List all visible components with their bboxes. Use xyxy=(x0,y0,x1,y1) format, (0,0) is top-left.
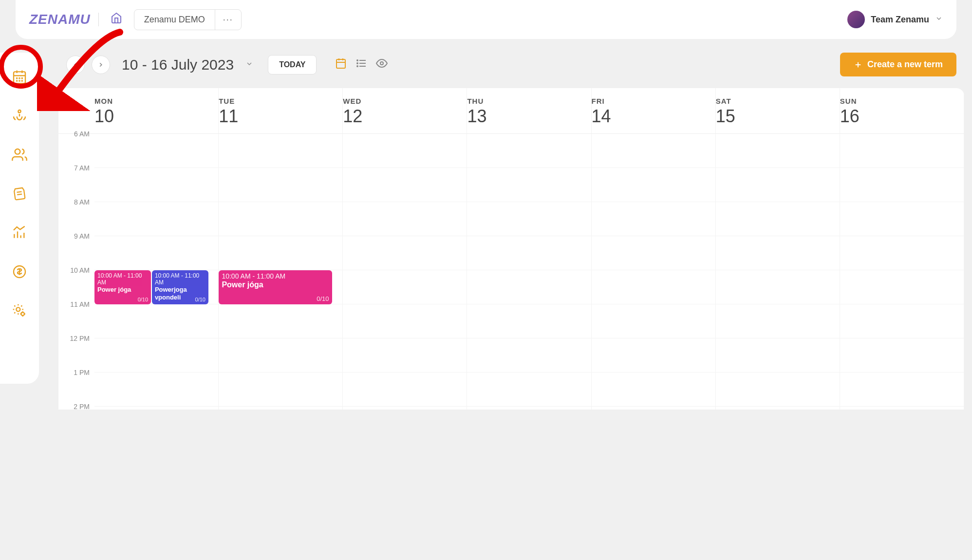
calendar-view-icon xyxy=(335,57,347,69)
svg-point-7 xyxy=(17,80,17,81)
sidebar xyxy=(0,53,39,384)
event-capacity: 0/10 xyxy=(138,297,148,302)
event-time: 10:00 AM - 11:00 AM xyxy=(155,272,206,286)
time-label: 11 AM xyxy=(58,300,94,335)
app-logo[interactable]: ZENAMU xyxy=(29,12,91,27)
date-dropdown[interactable] xyxy=(245,60,253,69)
time-label: 6 AM xyxy=(58,130,94,164)
calendar-view-button[interactable] xyxy=(335,57,347,72)
calendar-body: 6 AM 7 AM 8 AM 9 AM 10 AM 11 AM 12 PM 1 … xyxy=(58,134,964,410)
svg-point-11 xyxy=(15,149,20,154)
event-title: Power jóga xyxy=(222,280,329,289)
sidebar-item-clients[interactable] xyxy=(10,145,29,165)
plus-icon xyxy=(854,60,862,69)
event-title: Power jóga xyxy=(97,286,148,294)
svg-line-12 xyxy=(17,192,22,192)
home-icon[interactable] xyxy=(107,12,126,27)
chevron-down-icon xyxy=(935,15,943,24)
more-icon[interactable]: ··· xyxy=(215,10,241,30)
eye-icon xyxy=(376,57,388,69)
svg-point-5 xyxy=(19,78,19,78)
calendar-icon xyxy=(12,69,27,85)
event-capacity: 0/10 xyxy=(317,295,329,302)
svg-point-29 xyxy=(357,63,358,64)
event-time: 10:00 AM - 11:00 AM xyxy=(97,272,148,286)
list-view-icon xyxy=(355,57,367,69)
day-header-thu[interactable]: THU13 xyxy=(467,88,591,133)
event-time: 10:00 AM - 11:00 AM xyxy=(222,272,329,280)
svg-point-10 xyxy=(18,110,20,112)
calendar: MON10 TUE11 WED12 THU13 FRI14 SAT15 SUN1… xyxy=(58,88,964,410)
day-col[interactable] xyxy=(467,134,591,410)
header-left: ZENAMU Zenamu DEMO ··· xyxy=(29,9,242,30)
notes-icon xyxy=(12,187,27,201)
calendar-header-row: MON10 TUE11 WED12 THU13 FRI14 SAT15 SUN1… xyxy=(58,88,964,134)
chart-icon xyxy=(12,225,27,241)
day-col[interactable] xyxy=(716,134,840,410)
time-col-header xyxy=(58,88,94,133)
gear-icon xyxy=(12,303,27,318)
day-header-fri[interactable]: FRI14 xyxy=(592,88,716,133)
svg-point-9 xyxy=(22,80,22,81)
workspace-selector[interactable]: Zenamu DEMO ··· xyxy=(134,9,242,30)
day-header-sun[interactable]: SUN16 xyxy=(840,88,964,133)
yoga-icon xyxy=(12,108,27,124)
create-term-label: Create a new term xyxy=(867,59,943,70)
user-name: Team Zenamu xyxy=(871,15,929,25)
time-label: 10 AM xyxy=(58,266,94,300)
sidebar-item-settings[interactable] xyxy=(10,301,29,320)
chevron-down-icon xyxy=(245,60,253,68)
time-labels: 6 AM 7 AM 8 AM 9 AM 10 AM 11 AM 12 PM 1 … xyxy=(58,134,94,410)
svg-point-30 xyxy=(357,66,358,67)
chevron-left-icon xyxy=(72,61,79,68)
time-label: 7 AM xyxy=(58,164,94,198)
view-switcher xyxy=(335,57,388,72)
svg-point-4 xyxy=(17,78,17,78)
next-week-button[interactable] xyxy=(92,56,110,74)
workspace-name: Zenamu DEMO xyxy=(134,10,215,30)
calendar-event[interactable]: 10:00 AM - 11:00 AM Powerjoga vpondeli 0… xyxy=(152,270,208,304)
user-menu[interactable]: Team Zenamu xyxy=(847,11,943,28)
avatar xyxy=(847,11,865,28)
day-col[interactable] xyxy=(592,134,716,410)
day-col[interactable] xyxy=(343,134,467,410)
time-label: 2 PM xyxy=(58,403,94,410)
time-label: 1 PM xyxy=(58,369,94,403)
day-columns: 10:00 AM - 11:00 AM Power jóga 0/10 10:0… xyxy=(94,134,964,410)
svg-point-6 xyxy=(22,78,22,78)
sidebar-item-payments[interactable] xyxy=(10,262,29,281)
day-header-sat[interactable]: SAT15 xyxy=(716,88,840,133)
time-label: 12 PM xyxy=(58,335,94,369)
sidebar-item-calendar[interactable] xyxy=(10,67,29,87)
sidebar-item-notes[interactable] xyxy=(10,184,29,204)
calendar-event[interactable]: 10:00 AM - 11:00 AM Power jóga 0/10 xyxy=(94,270,151,304)
svg-point-28 xyxy=(357,60,358,61)
calendar-toolbar: 10 - 16 July 2023 TODAY Create a new ter… xyxy=(58,53,964,76)
today-button[interactable]: TODAY xyxy=(268,55,317,75)
create-term-button[interactable]: Create a new term xyxy=(840,53,956,76)
svg-point-8 xyxy=(19,80,19,81)
sidebar-item-yoga[interactable] xyxy=(10,106,29,126)
svg-rect-21 xyxy=(336,59,345,68)
sidebar-item-stats[interactable] xyxy=(10,223,29,243)
visibility-button[interactable] xyxy=(376,57,388,72)
prev-week-button[interactable] xyxy=(66,56,85,74)
day-header-mon[interactable]: MON10 xyxy=(94,88,219,133)
time-label: 9 AM xyxy=(58,232,94,266)
divider xyxy=(98,13,99,26)
date-range: 10 - 16 July 2023 xyxy=(122,56,234,73)
day-header-wed[interactable]: WED12 xyxy=(343,88,467,133)
day-col[interactable] xyxy=(840,134,964,410)
svg-point-31 xyxy=(380,62,383,65)
header: ZENAMU Zenamu DEMO ··· Team Zenamu xyxy=(16,0,956,39)
day-header-tue[interactable]: TUE11 xyxy=(219,88,343,133)
people-icon xyxy=(12,147,27,163)
chevron-right-icon xyxy=(97,61,104,68)
dollar-sync-icon xyxy=(12,264,27,280)
time-label: 8 AM xyxy=(58,198,94,232)
calendar-event[interactable]: 10:00 AM - 11:00 AM Power jóga 0/10 xyxy=(219,270,332,304)
toolbar-left: 10 - 16 July 2023 TODAY xyxy=(66,55,388,75)
list-view-button[interactable] xyxy=(355,57,367,72)
svg-point-19 xyxy=(16,307,20,311)
svg-point-20 xyxy=(21,312,24,316)
